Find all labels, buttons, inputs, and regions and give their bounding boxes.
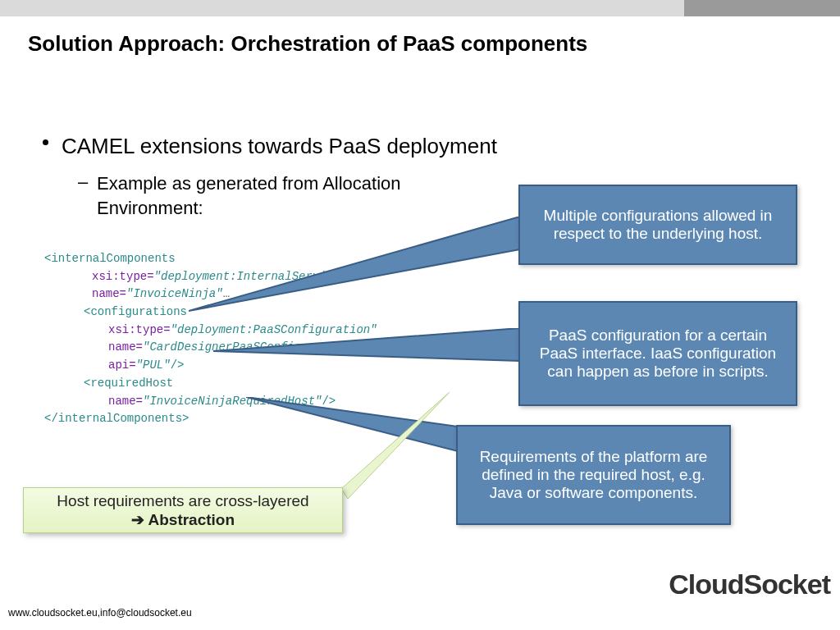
callout-required-host: Requirements of the platform are defined… [456,425,731,525]
slide-title: Solution Approach: Orchestration of PaaS… [28,31,587,57]
svg-marker-3 [341,392,450,499]
callout-tail-1 [189,217,520,315]
greenbox-line1: Host requirements are cross-layered [57,492,308,510]
svg-marker-0 [189,217,520,311]
bullet-dot [43,139,48,145]
cloudsocket-logo: CloudSocket [669,568,830,600]
callout-tail-2 [213,328,520,377]
bullet-level1: CAMEL extensions towards PaaS deployment [62,134,497,159]
xml-open-internal: <internalComponents [44,252,176,265]
greenbox-line2: Abstraction [148,511,235,528]
greenbox-tail [341,392,456,499]
callout-multiple-configs: Multiple configurations allowed in respe… [518,185,797,265]
svg-marker-1 [213,328,520,361]
footer-url: www.cloudsocket.eu,info@cloudsocket.eu [8,607,192,619]
callout-paas-config: PaaS configuration for a certain PaaS in… [518,301,797,406]
arrow-right-icon: ➔ [131,511,144,528]
top-bar-dark [684,0,840,16]
greenbox-abstraction: Host requirements are cross-layered ➔ Ab… [23,487,343,533]
bullet-level2: Example as generated from Allocation Env… [97,171,466,220]
bullet-dash: – [78,171,88,193]
